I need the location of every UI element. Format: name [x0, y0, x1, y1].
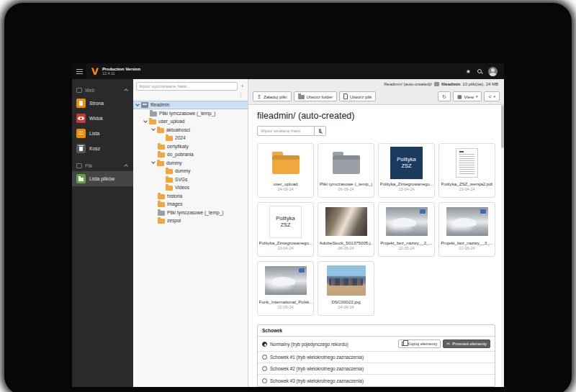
photo-thumbnail — [327, 265, 366, 296]
tree-node-label: do_pobrania — [167, 152, 194, 157]
file-search-button[interactable] — [315, 126, 326, 136]
tree-node-aktualnosci[interactable]: aktualnosci — [133, 126, 248, 135]
module-item-label: Widok — [89, 116, 103, 121]
file-name: Pliki tymczasowe (_temp_) — [320, 181, 373, 186]
module-item-lista-plik-w[interactable]: Lista plików — [72, 171, 133, 186]
tree-node-dummy[interactable]: dummy — [133, 167, 248, 176]
file-date: 06-05-24 — [338, 246, 354, 250]
clipboard-rows: Normalny (tryb pojedynczego rekordu)Kopi… — [258, 337, 495, 386]
tree-node-user-upload[interactable]: user_upload — [133, 117, 248, 126]
docheader-buttons: ↥ Załaduj pliki Utwórz folder Utwórz pli… — [248, 88, 504, 104]
tree-node-videos[interactable]: Videos — [133, 183, 248, 192]
page-title: fileadmin/ (auto-created) — [257, 111, 495, 121]
clipboard-radio[interactable] — [262, 355, 267, 360]
tree-menu-icon[interactable]: ⋮ — [238, 92, 243, 98]
file-card-projekt-bez-nazwy-2[interactable]: Projekt_bez_nazwy__2_...22-05-24 — [378, 202, 435, 257]
module-section-label: Web — [85, 88, 122, 93]
copy-elements-button[interactable]: Kopiuj elementy — [398, 339, 441, 348]
photo-thumbnail — [325, 207, 367, 236]
module-section-header-web[interactable]: Web — [72, 85, 133, 96]
tree-node-label: dummy — [175, 168, 191, 173]
folder-icon — [157, 161, 164, 166]
breadcrumb-current[interactable]: fileadmin — [441, 82, 460, 86]
tree-search-input[interactable] — [136, 82, 238, 91]
file-card-adobestock-501375005-j[interactable]: AdobeStock_501375005.j...06-05-24 — [318, 202, 374, 257]
create-folder-button[interactable]: Utwórz folder — [294, 91, 337, 101]
clipboard-radio[interactable] — [262, 378, 267, 383]
chevron-down-icon: ▾ — [493, 94, 495, 99]
file-search — [257, 126, 495, 136]
upload-files-button[interactable]: ↥ Załaduj pliki — [253, 91, 292, 101]
create-file-button[interactable]: Utwórz plik — [339, 91, 376, 101]
module-section-header-plik[interactable]: Plik — [72, 160, 133, 171]
photo-thumbnail — [446, 207, 488, 236]
web-section-icon — [76, 88, 82, 93]
search-icon[interactable] — [477, 69, 482, 73]
typo3-logo — [91, 67, 99, 76]
module-item-strona[interactable]: Strona — [72, 96, 133, 111]
module-item-lista[interactable]: Lista — [72, 126, 133, 141]
file-card-dsc00022-jpg[interactable]: DSC00022.jpg04-06-24 — [318, 261, 374, 316]
file-thumbnail — [318, 203, 374, 240]
breadcrumb-path[interactable]: fileadmin/ (auto-created)/ — [384, 82, 432, 86]
tree-node-certyfikaty[interactable]: certyfikaty — [133, 142, 248, 151]
file-card-pliki-tymczasowe-temp[interactable]: Pliki tymczasowe (_temp_)06-09-24 — [318, 143, 374, 198]
bookmark-icon[interactable]: ★ — [466, 68, 471, 75]
tree-node-2024[interactable]: 2024 — [133, 134, 248, 142]
upload-files-label: Załaduj pliki — [264, 94, 287, 99]
folder-icon — [166, 186, 173, 191]
tree-node-dummy[interactable]: dummy — [133, 159, 248, 168]
tree-node-historia[interactable]: historia — [133, 192, 248, 201]
docheader-left-buttons: ↥ Załaduj pliki Utwórz folder Utwórz pli… — [253, 91, 376, 101]
typo3-window: Production Version 12.4.11 ★ WebStronaWi… — [72, 63, 504, 387]
tree-node-label: images — [167, 201, 182, 206]
tree-node-label: dummy — [166, 160, 182, 165]
tree-node-label: zespol — [167, 218, 181, 223]
chevron-down-icon — [151, 160, 156, 164]
photo-thumbnail — [386, 207, 428, 236]
tree-node-pliki-tymczasowe-temp[interactable]: Pliki tymczasowe (_temp_) — [133, 109, 248, 118]
view-mode-button[interactable]: ▦ View ▾ — [453, 91, 482, 101]
user-avatar[interactable] — [488, 67, 498, 76]
folder-small-icon — [434, 82, 439, 86]
file-name: Polityka_Zintegrowanego... — [259, 240, 312, 245]
typo3-brand[interactable]: Production Version 12.4.11 — [86, 67, 140, 76]
scrollbar[interactable] — [501, 105, 504, 387]
create-file-label: Utwórz plik — [350, 94, 372, 99]
clipboard-radio[interactable] — [262, 342, 267, 347]
tree-node-zespol[interactable]: zespol — [133, 216, 248, 225]
file-card-polityka-zintegrowanego[interactable]: PolitykaZSZPolityka_Zintegrowanego...23-… — [257, 202, 314, 257]
module-item-label: Strona — [89, 101, 104, 106]
share-button[interactable]: < ▾ — [484, 91, 500, 101]
modulemenu-toggle-button[interactable] — [72, 63, 86, 79]
tree-node-images[interactable]: images — [133, 200, 248, 209]
reload-button[interactable]: ↻ — [438, 91, 451, 101]
module-item-widok[interactable]: Widok — [72, 111, 133, 126]
file-card-projekt-bez-nazwy-3[interactable]: Projekt_bez_nazwy__3_...22-05-24 — [438, 202, 495, 257]
clipboard-radio[interactable] — [262, 366, 267, 371]
file-card-user-upload[interactable]: user_upload24-09-24 — [257, 143, 314, 198]
grid-view-icon: ▦ — [457, 94, 462, 99]
file-thumbnail — [318, 262, 374, 299]
chevron-down-icon: ▾ — [476, 94, 478, 99]
scrollbar-thumb[interactable] — [501, 105, 504, 148]
tree-node-fileadmin[interactable]: fileadmin — [133, 101, 248, 109]
copy-elements-label: Kopiuj elementy — [408, 342, 437, 346]
folder-icon — [333, 155, 360, 174]
move-elements-button[interactable]: ✂Przenieś elementy — [443, 339, 490, 348]
file-search-input[interactable] — [257, 126, 315, 136]
module-section-label: Plik — [85, 163, 122, 168]
chevron-up-icon — [124, 88, 128, 93]
tree-node-svgs[interactable]: SVGs — [133, 176, 248, 184]
file-date: 23-04-24 — [459, 187, 474, 191]
recycler-module-icon — [76, 144, 86, 153]
file-card-funk-international-polsk[interactable]: Funk_International_Polsk...22-05-24 — [257, 261, 314, 316]
file-card-polityka-zsz-wersja2-pdf[interactable]: Polityka_ZSZ_wersja2.pdf23-04-24 — [438, 143, 495, 198]
tree-node-pliki-tymczasowe-temp[interactable]: Pliki tymczasowe (_temp_) — [133, 209, 248, 217]
module-item-kosz[interactable]: Kosz — [72, 141, 133, 156]
file-card-polityka-zintegrowanego[interactable]: PolitykaZSZPolityka_Zintegrowanego...23-… — [378, 143, 435, 198]
upload-icon: ↥ — [257, 94, 261, 99]
folder-icon — [166, 178, 173, 183]
tree-node-do-pobrania[interactable]: do_pobrania — [133, 150, 248, 159]
collapse-tree-icon[interactable]: ‹ — [240, 83, 245, 89]
